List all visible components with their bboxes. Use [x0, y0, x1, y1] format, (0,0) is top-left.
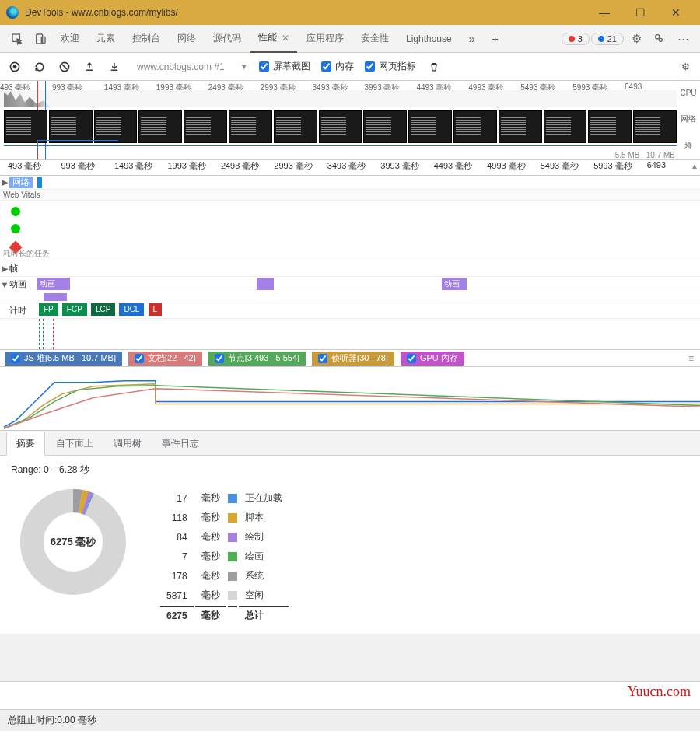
empty-area: [0, 634, 700, 682]
webvitals-checkbox[interactable]: 网页指标: [365, 60, 416, 73]
animations-sub: [0, 292, 700, 303]
tab-lighthouse[interactable]: Lighthouse: [398, 25, 460, 53]
new-tab-icon[interactable]: +: [485, 28, 506, 50]
chip-nodes[interactable]: 节点[3 493 –5 554]: [208, 352, 306, 366]
timeline-ruler[interactable]: 493 毫秒993 毫秒1493 毫秒 1993 毫秒2493 毫秒2993 毫…: [0, 160, 700, 176]
watermark: Yuucn.com: [628, 684, 691, 700]
memory-checkbox[interactable]: 内存: [321, 60, 354, 73]
legend-menu-icon[interactable]: ≡: [688, 353, 694, 364]
summary-donut: 6275 毫秒: [19, 488, 128, 596]
timing-fcp[interactable]: FCP: [62, 303, 87, 316]
tab-elements[interactable]: 元素: [89, 25, 123, 53]
screenshot-thumbnails: [4, 110, 677, 143]
tab-welcome[interactable]: 欢迎: [53, 25, 87, 53]
info-badge[interactable]: 21: [591, 33, 624, 45]
more-tabs-icon[interactable]: »: [461, 28, 483, 50]
tab-summary[interactable]: 摘要: [6, 432, 45, 456]
kebab-icon[interactable]: ⋯: [672, 28, 694, 50]
overview-cpu: [0, 90, 677, 107]
vital-good-2: [11, 224, 20, 233]
donut-center: 6275 毫秒: [51, 535, 96, 549]
perf-toolbar: www.cnblogs.com #1 ▼ 屏幕截图 内存 网页指标 ⚙: [0, 53, 700, 81]
range-label: Range: 0 – 6.28 秒: [11, 463, 689, 477]
window-titlebar: DevTools - www.cnblogs.com/mylibs/ — ☐ ✕: [0, 0, 700, 25]
svg-point-6: [13, 65, 17, 68]
frames-track[interactable]: ▶帧: [0, 261, 700, 277]
timing-fp[interactable]: FP: [39, 303, 58, 316]
network-track[interactable]: ▶ 网络: [0, 176, 700, 190]
overview-right-labels: CPU网络堆: [677, 81, 700, 159]
chip-documents[interactable]: 文档[22 –42]: [128, 352, 202, 366]
summary-panel: Range: 0 – 6.28 秒 6275 毫秒 17毫秒正在加载 118毫秒…: [0, 456, 700, 634]
tab-network[interactable]: 网络: [170, 25, 204, 53]
errors-badge[interactable]: 3: [562, 33, 590, 45]
gear-icon[interactable]: ⚙: [678, 60, 692, 74]
upload-icon[interactable]: [82, 60, 96, 74]
tab-sources[interactable]: 源代码: [205, 25, 249, 53]
chevron-down-icon[interactable]: ▼: [240, 62, 248, 71]
longtask-label: 耗时长的任务: [3, 248, 50, 259]
record-icon[interactable]: [8, 60, 22, 74]
timing-dcl[interactable]: DCL: [119, 303, 144, 316]
settings-icon[interactable]: ⚙: [625, 28, 647, 50]
webvitals-lane: 耗时长的任务: [0, 201, 700, 261]
devtools-tabstrip: 欢迎 元素 控制台 网络 源代码 性能✕ 应用程序 安全性 Lighthouse…: [0, 25, 700, 53]
overview-strip[interactable]: 493 毫秒993 毫秒1493 毫秒 1993 毫秒2493 毫秒2993 毫…: [0, 81, 700, 160]
animations-track[interactable]: ▼动画 动画 动画: [0, 277, 700, 292]
screenshots-checkbox[interactable]: 屏幕截图: [259, 60, 310, 73]
anim-block-3[interactable]: 动画: [442, 278, 467, 290]
close-icon[interactable]: ✕: [282, 33, 289, 44]
scroll-up-icon[interactable]: ▲: [691, 162, 698, 170]
heap-summary-label: 5.5 MB –10.7 MB: [615, 151, 675, 159]
maximize-button[interactable]: ☐: [622, 0, 658, 25]
timing-markers: [0, 319, 700, 350]
clear-icon[interactable]: [58, 60, 72, 74]
network-bar: [37, 177, 42, 188]
close-button[interactable]: ✕: [658, 0, 694, 25]
summary-tabs: 摘要 自下而上 调用树 事件日志: [0, 431, 700, 456]
vital-good-1: [11, 207, 20, 216]
minimize-button[interactable]: —: [586, 0, 622, 25]
memory-graph[interactable]: [0, 367, 700, 431]
timing-l[interactable]: L: [149, 303, 163, 316]
tab-performance[interactable]: 性能✕: [250, 25, 297, 53]
reload-icon[interactable]: [33, 60, 47, 74]
webvitals-label: Web Vitals: [0, 190, 700, 201]
window-title: DevTools - www.cnblogs.com/mylibs/: [25, 7, 586, 18]
feedback-icon[interactable]: [649, 28, 670, 50]
overview-heap: [4, 145, 677, 158]
edge-icon: [6, 6, 19, 19]
status-footer: 总阻止时间:0.00 毫秒: [0, 709, 700, 731]
anim-block-1[interactable]: 动画: [37, 278, 70, 290]
chip-jsheap[interactable]: JS 堆[5.5 MB –10.7 MB]: [5, 352, 122, 366]
tab-eventlog[interactable]: 事件日志: [152, 432, 208, 455]
expand-icon[interactable]: ▶: [0, 177, 9, 187]
chip-listeners[interactable]: 侦听器[30 –78]: [312, 352, 394, 366]
svg-point-3: [656, 34, 660, 38]
chip-gpu[interactable]: GPU 内存: [401, 352, 464, 366]
tab-calltree[interactable]: 调用树: [104, 432, 151, 455]
anim-block-2[interactable]: [257, 278, 274, 290]
tab-security[interactable]: 安全性: [353, 25, 397, 53]
recording-target[interactable]: www.cnblogs.com #1: [137, 61, 225, 72]
memory-legend: JS 堆[5.5 MB –10.7 MB] 文档[22 –42] 节点[3 49…: [0, 350, 700, 367]
tab-application[interactable]: 应用程序: [299, 25, 352, 53]
trash-icon[interactable]: [427, 60, 441, 74]
download-icon[interactable]: [107, 60, 121, 74]
inspect-icon[interactable]: [6, 28, 28, 50]
timing-lcp[interactable]: LCP: [91, 303, 115, 316]
tab-console[interactable]: 控制台: [124, 25, 168, 53]
timings-track[interactable]: 计时 FP FCP LCP DCL L: [0, 303, 700, 319]
summary-legend: 17毫秒正在加载 118毫秒脚本 84毫秒绘制 7毫秒绘画 178毫秒系统 58…: [159, 488, 290, 626]
device-icon[interactable]: [30, 28, 51, 50]
svg-point-4: [659, 38, 662, 41]
tab-bottomup[interactable]: 自下而上: [47, 432, 103, 455]
